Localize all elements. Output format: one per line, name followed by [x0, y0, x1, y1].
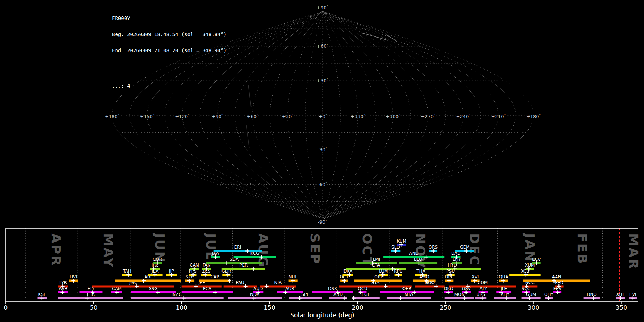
shower-bar-DSX	[312, 291, 353, 293]
shower-peak-marker-NOO	[434, 284, 438, 288]
shower-label-LMI: LMI	[373, 257, 380, 262]
sky-grid-label: +150°	[140, 114, 154, 119]
shower-label-NZC: NZC	[172, 292, 182, 297]
shower-bar-SPE	[289, 297, 322, 299]
shower-label-EHY: EHY	[453, 257, 462, 262]
shower-label-AND: AND	[409, 251, 418, 256]
sky-grid-label: -30°	[318, 147, 327, 152]
shower-label-ECV: ECV	[532, 257, 541, 262]
sky-grid-label: -60°	[318, 182, 327, 187]
month-label: FEB	[575, 233, 590, 265]
sky-grid-label: +120°	[175, 114, 189, 119]
shower-bar-PCA	[182, 291, 233, 293]
shower-label-TAH: TAH	[122, 269, 131, 274]
shower-peak-marker-STA	[384, 284, 388, 288]
shower-bar-PAU	[224, 286, 257, 288]
shower-label-AMO: AMO	[419, 274, 429, 279]
sky-meridian-line	[323, 11, 375, 219]
shower-label-COM: COM	[478, 280, 488, 285]
shower-label-RPU: RPU	[394, 269, 402, 274]
shower-peak-marker-EGE	[352, 296, 356, 300]
month-label: DEC	[467, 233, 482, 267]
shower-label-XVI: XVI	[472, 274, 479, 279]
shower-bar-PER	[222, 268, 265, 270]
x-tick-label: 100	[176, 304, 187, 311]
shower-label-EVI: EVI	[629, 292, 636, 297]
shower-bar-KCG	[234, 256, 276, 258]
meteor-trail-line	[361, 33, 388, 40]
shower-label-KSE: KSE	[38, 292, 46, 297]
shower-label-PCA: PCA	[203, 286, 212, 291]
sky-grid-label: +180°	[526, 114, 541, 119]
shower-label-ORS: ORS	[429, 245, 438, 250]
shower-label-KUM: KUM	[397, 239, 406, 244]
shower-label-OHY: OHY	[544, 292, 553, 297]
month-label: SEP	[308, 233, 322, 265]
shower-label-LYR: LYR	[59, 280, 67, 285]
plot-canvas: +180°+150°+120°+90°+60°+30°+0°+330°+300°…	[0, 0, 644, 322]
shower-label-FED: FED	[555, 280, 564, 285]
shower-bar-SSG	[131, 291, 176, 293]
shower-bar-STA	[339, 286, 412, 288]
shower-label-SPE: SPE	[301, 292, 309, 297]
sky-grid-label: +60°	[317, 43, 328, 49]
sky-grid-label: +210°	[491, 114, 506, 119]
x-tick-label: 200	[352, 304, 363, 311]
shower-label-NDA: NDA	[250, 292, 260, 297]
sky-grid-label: +90°	[212, 114, 223, 119]
shower-label-ERI: ERI	[234, 245, 241, 250]
sky-grid-label: +30°	[282, 114, 293, 119]
shower-bar-ARI	[115, 280, 181, 282]
sky-grid-label: +240°	[456, 114, 470, 119]
shower-peak-marker-SDA	[224, 261, 228, 265]
shower-bar-CAP	[199, 280, 230, 282]
shower-peak-marker-NTA	[399, 296, 402, 300]
shower-bar-MON	[445, 297, 474, 299]
sky-grid-label: +90°	[317, 5, 328, 10]
shower-bar-ETA	[58, 297, 123, 299]
sky-grid-label: +300°	[386, 114, 400, 119]
shower-label-CAP: CAP	[210, 274, 219, 279]
shower-label-CAN: CAN	[190, 263, 199, 268]
shower-label-NTA: NTA	[405, 292, 413, 297]
sky-grid-label: +270°	[421, 114, 435, 119]
sky-grid-label: +60°	[247, 114, 258, 119]
x-tick-label: 300	[528, 304, 539, 311]
shower-peak-marker-NIA	[265, 284, 269, 288]
x-tick-label: 350	[616, 304, 627, 311]
shower-label-ALY: ALY	[480, 286, 487, 291]
shower-label-LEO: LEO	[414, 257, 423, 262]
sky-grid-label: +30°	[317, 78, 328, 83]
shower-bar-EGE	[352, 297, 380, 299]
shower-bar-NCC	[522, 286, 537, 288]
shower-peak-marker-PER	[251, 267, 255, 271]
shower-bar-ORI	[354, 280, 402, 282]
shower-label-XHE: XHE	[616, 292, 625, 297]
shower-bar-NOO	[415, 286, 445, 288]
shower-bar-JPE	[182, 286, 222, 288]
shower-label-PER: PER	[239, 263, 248, 268]
shower-label-DNO: DNO	[587, 292, 597, 297]
sky-grid-label: +330°	[351, 114, 365, 119]
shower-peak-marker-PCA	[213, 291, 217, 294]
shower-label-ARD: ARD	[333, 292, 343, 297]
x-tick-label: 0	[4, 304, 8, 311]
shower-label-HVI: HVI	[70, 274, 77, 279]
x-axis-title: Solar longitude (deg)	[290, 312, 355, 319]
meteor-trail-line	[248, 85, 251, 107]
shower-peak-marker-NZC	[182, 296, 186, 300]
month-label: APR	[49, 233, 63, 267]
sky-meridian-line	[130, 11, 323, 219]
x-tick-label: 150	[264, 304, 275, 311]
shower-bar-NZC	[131, 297, 224, 299]
sky-grid-label: +0°	[318, 114, 327, 119]
shower-label-PAU: PAU	[236, 280, 244, 285]
meteor-trail-line	[246, 125, 249, 148]
shower-peak-marker-ERI	[245, 249, 249, 253]
shower-bar-AUR	[277, 291, 303, 293]
shower-label-AVB: AVB	[59, 286, 68, 291]
shower-label-SSG: SSG	[149, 286, 158, 291]
shower-label-PSU: PSU	[446, 269, 455, 274]
shower-label-NUE: NUE	[288, 274, 297, 279]
shower-bar-NTA	[387, 297, 431, 299]
